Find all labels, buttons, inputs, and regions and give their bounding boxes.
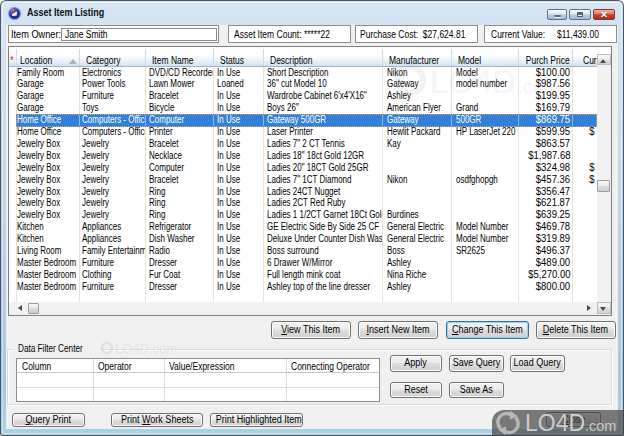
svg-text:.com: .com	[585, 418, 616, 434]
svg-text:LO4D.com: LO4D.com	[115, 341, 177, 356]
svg-text:.co: .co	[518, 76, 543, 97]
svg-text:LO4D: LO4D	[525, 410, 585, 436]
svg-text:LO4D: LO4D	[430, 63, 516, 100]
